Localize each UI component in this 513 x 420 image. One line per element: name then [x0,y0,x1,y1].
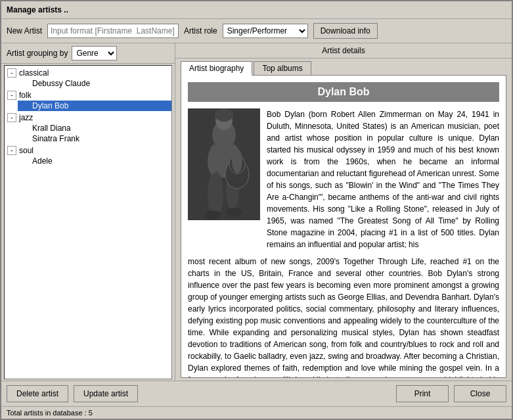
title-bar: Manage artists .. [1,1,512,19]
expand-icon-jazz: - [7,113,16,122]
svg-point-3 [215,108,233,122]
group-label-jazz: jazz [19,113,33,122]
download-info-button[interactable]: Download info [313,23,378,39]
left-panel: Artist grouping by Genre Name Country - … [1,43,175,381]
new-artist-label: New Artist [7,26,42,35]
close-button[interactable]: Close [454,385,506,402]
artist-name-input[interactable] [47,24,179,38]
svg-point-10 [208,148,218,174]
tree-group-folk: - folk Dylan Bob [5,89,171,112]
status-bar: Total artists in database : 5 [1,406,512,419]
artist-name-debussy: Debussy Claude [32,79,90,88]
artist-role-label: Artist role [184,26,217,35]
group-label-folk: folk [19,91,32,100]
tree-group-header-soul[interactable]: - soul [5,145,171,156]
bio-layout: Bob Dylan (born Robert Allen Zimmerman o… [188,108,499,250]
grouping-select[interactable]: Genre Name Country [72,46,117,60]
svg-point-13 [226,208,242,217]
tree-group-header-jazz[interactable]: - jazz [5,112,171,123]
tab-top-albums[interactable]: Top albums [254,61,311,75]
bio-content[interactable]: Dylan Bob [181,76,506,377]
tabs-bar: Artist biography Top albums [175,58,512,75]
tree-item-dylan[interactable]: Dylan Bob [18,101,171,111]
artist-tree[interactable]: - classical Debussy Claude - folk [4,65,172,379]
tree-children-jazz: Krall Diana Sinatra Frank [5,123,171,144]
delete-artist-button[interactable]: Delete artist [7,385,68,402]
tab-biography[interactable]: Artist biography [181,61,252,76]
main-content: Artist grouping by Genre Name Country - … [1,43,512,381]
tree-group-header-classical[interactable]: - classical [5,68,171,78]
tree-item-debussy[interactable]: Debussy Claude [18,78,171,89]
grouping-label: Artist grouping by [7,49,68,58]
bio-text-continued: most recent album of new songs, 2009's T… [188,256,499,377]
expand-icon-folk: - [7,91,16,100]
tree-children-folk: Dylan Bob [5,101,171,111]
tree-group-jazz: - jazz Krall Diana Sinatra Frank [5,112,171,145]
update-artist-button[interactable]: Update artist [74,385,138,402]
grouping-bar: Artist grouping by Genre Name Country [1,43,175,64]
svg-point-11 [232,149,242,173]
bio-text-first: Bob Dylan (born Robert Allen Zimmerman o… [267,108,499,250]
expand-icon-soul: - [7,146,16,155]
toolbar: New Artist Artist role Singer/Performer … [1,19,512,43]
bottom-left-buttons: Delete artist Update artist [7,385,138,402]
artist-name-adele: Adele [32,156,53,166]
tree-group-soul: - soul Adele [5,145,171,167]
artist-photo [188,108,260,220]
bottom-bar: Delete artist Update artist Print Close [1,381,512,406]
artist-name-krall: Krall Diana [32,124,71,133]
print-button[interactable]: Print [396,385,449,402]
artist-name-dylan: Dylan Bob [32,101,68,110]
tree-group-classical: - classical Debussy Claude [5,67,171,89]
tree-children-soul: Adele [5,156,171,166]
tree-children-classical: Debussy Claude [5,78,171,89]
artist-name-sinatra: Sinatra Frank [32,134,79,143]
window-title: Manage artists .. [7,5,68,14]
manage-artists-window: Manage artists .. New Artist Artist role… [0,0,513,420]
group-label-classical: classical [19,68,49,78]
artist-details-header: Artist details [175,43,512,58]
right-panel: Artist details Artist biography Top albu… [175,43,512,381]
biography-content-area: Dylan Bob [181,75,506,378]
status-text: Total artists in database : 5 [7,409,93,417]
tree-item-krall[interactable]: Krall Diana [18,123,171,133]
artist-role-select[interactable]: Singer/Performer Composer Producer Other [223,24,308,38]
svg-point-5 [208,171,223,217]
svg-point-12 [205,210,221,220]
tab-biography-label: Artist biography [189,64,244,73]
tree-item-sinatra[interactable]: Sinatra Frank [18,133,171,144]
tab-top-albums-label: Top albums [262,64,302,73]
expand-icon-classical: - [7,68,16,78]
group-label-soul: soul [19,146,33,155]
bio-artist-name: Dylan Bob [188,82,499,102]
bottom-right-buttons: Print Close [396,385,506,402]
tree-item-adele[interactable]: Adele [18,156,171,166]
tree-group-header-folk[interactable]: - folk [5,90,171,101]
